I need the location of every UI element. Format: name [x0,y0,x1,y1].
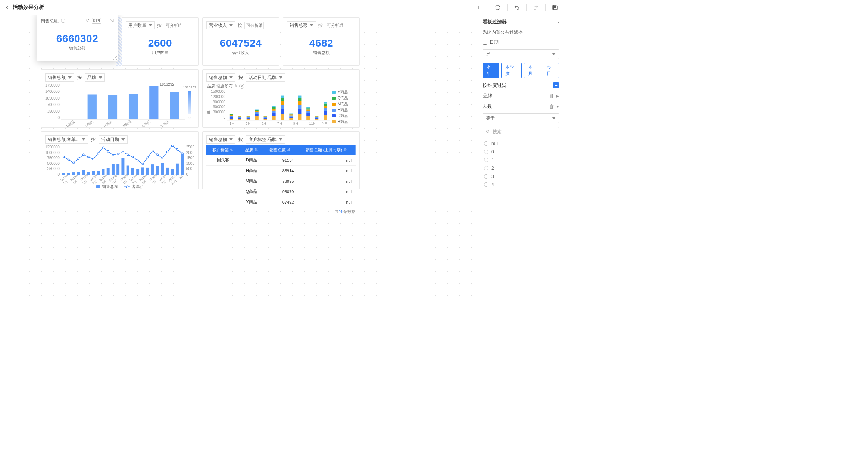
svg-rect-3 [129,94,138,119]
col-brand[interactable]: 品牌 ⇅ [240,145,263,155]
metric-select[interactable]: 营业收入 [206,21,235,29]
metric-select[interactable]: 销售总额 [206,135,235,144]
svg-rect-26 [255,114,259,116]
back-icon[interactable] [4,5,10,10]
add-icon[interactable]: ＋ [475,3,483,12]
filter-option[interactable]: null [484,141,558,146]
dimension-input[interactable] [244,22,264,29]
table-row[interactable]: Q商品93079null [206,186,356,197]
dashboard-canvas[interactable]: 销售总额 ⓘ KPI ⋯ ⇲ [0,15,478,307]
compare-select[interactable]: 等于 [483,113,559,123]
kpi-card-sales-total[interactable]: 销售总额 ⓘ KPI ⋯ ⇲ [37,15,118,61]
col-sales-prev[interactable]: 销售总额 (上月同期) ⇵ [297,145,355,155]
svg-point-108 [78,158,79,160]
table-sales-by-tag-brand[interactable]: 销售总额 按 客户标签,品牌 客户标签 ⇅ 品牌 ⇅ 销售总额 ⇵ 销售总额 (… [202,131,360,189]
seg-this-year[interactable]: 本年 [483,63,499,78]
metric-select[interactable]: 销售总额 [287,21,316,29]
save-icon[interactable] [551,3,559,12]
svg-rect-94 [131,168,134,175]
chevron-right-icon[interactable]: ▸ [556,93,559,99]
svg-rect-37 [272,116,275,120]
undo-icon[interactable] [513,3,521,12]
drag-icon[interactable]: ⇲ [110,18,114,23]
funnel-icon[interactable] [85,18,90,24]
svg-rect-36 [264,116,267,116]
dimension-select[interactable]: 活动日期,品牌 [246,73,285,82]
svg-point-120 [137,160,139,161]
panel-subtitle: 系统内置公共过滤器 [483,29,559,35]
svg-rect-68 [315,118,318,119]
metric-select[interactable]: 用户数量 [126,21,155,29]
table-row[interactable]: M商品78995null [206,176,356,186]
svg-rect-22 [247,116,250,117]
date-checkbox[interactable]: 日期 [483,39,559,45]
kpi-card-revenue[interactable]: 营业收入 按 6047524 营业收入 [202,17,279,66]
kpi-badge[interactable]: KPI [92,18,101,24]
filter-option[interactable]: 2 [484,166,558,171]
svg-rect-40 [272,109,275,111]
metric-select[interactable]: 销售总额 [45,73,74,82]
seg-quarter[interactable]: 本季度 [501,63,522,78]
gradient-legend [188,91,191,114]
metric-select[interactable]: 销售总额 [206,73,235,82]
metric-select[interactable]: 销售总额,客单... [45,135,88,144]
page-title: 活动效果分析 [13,4,44,11]
svg-point-109 [82,154,84,156]
info-icon[interactable]: ⓘ [61,18,65,24]
operator-select[interactable]: 是 [483,49,559,59]
search-input[interactable]: 搜索 [483,127,559,136]
filter-option[interactable]: 0 [484,149,558,154]
col-tag[interactable]: 客户标签 ⇅ [206,145,240,155]
svg-point-114 [107,150,109,152]
kpi-card-sales-2[interactable]: 销售总额 按 4682 销售总额 [283,17,360,66]
chevron-down-icon[interactable]: ▾ [556,104,559,109]
svg-rect-23 [247,116,250,116]
svg-point-121 [142,163,144,165]
dimension-input[interactable] [164,22,183,29]
svg-point-132 [126,186,128,188]
svg-point-125 [162,157,163,159]
kpi-value: 6047524 [220,37,262,49]
dimension-select[interactable]: 客户标签,品牌 [246,135,285,144]
table-row[interactable]: 回头客D商品91154null [206,155,356,166]
svg-point-127 [171,145,173,147]
svg-rect-21 [247,117,250,118]
col-sales[interactable]: 销售总额 ⇵ [263,145,297,155]
svg-rect-47 [281,98,284,101]
table-row[interactable]: Y商品67492null [206,197,356,207]
dimension-select[interactable]: 品牌 [85,73,105,82]
remove-filter-icon[interactable]: × [239,84,244,89]
chart-sales-by-brand[interactable]: 销售总额 按 品牌 175000014000001050000700000350… [41,69,199,128]
svg-rect-7 [230,119,233,120]
dimension-select[interactable]: 活动日期 [99,135,128,144]
svg-rect-18 [238,116,241,116]
seg-today[interactable]: 今日 [543,63,559,78]
chart-sales-unitprice[interactable]: 销售总额,客单... 按 活动日期 1250000100000075000050… [41,131,199,189]
y-right: 25002000150010005000 [185,145,194,183]
filter-option[interactable]: 4 [484,182,558,187]
kpi-card-users[interactable]: 用户数量 按 2600 用户数量 [122,17,199,66]
chart-sales-by-date-brand[interactable]: 销售总额 按 活动日期,品牌 品牌:包含所有 ✎ × 销售总额 15000001… [202,69,360,128]
filter-option[interactable]: 1 [484,157,558,163]
filter-option[interactable]: 3 [484,174,558,179]
svg-rect-41 [272,107,275,109]
svg-rect-75 [324,108,327,111]
chevron-right-icon[interactable]: › [558,19,559,25]
redo-icon[interactable] [532,3,540,12]
seg-month[interactable]: 本月 [524,63,540,78]
delete-icon[interactable]: 🗑 [549,93,554,99]
svg-rect-32 [264,118,267,119]
edit-icon[interactable]: ✎ [234,84,238,88]
table-row[interactable]: H商品85914null [206,166,356,176]
dimension-input[interactable] [325,22,344,29]
more-icon[interactable]: ⋯ [103,18,108,23]
svg-rect-100 [161,163,164,175]
svg-rect-14 [238,118,241,119]
refresh-icon[interactable] [494,3,502,12]
resize-handle[interactable] [113,56,117,60]
metric-label: 销售总额 [41,18,59,24]
svg-rect-59 [298,98,301,101]
add-dimension-icon[interactable]: + [553,82,559,88]
delete-icon[interactable]: 🗑 [549,104,554,109]
filter-chip[interactable]: 品牌:包含所有 ✎ × [207,83,356,89]
